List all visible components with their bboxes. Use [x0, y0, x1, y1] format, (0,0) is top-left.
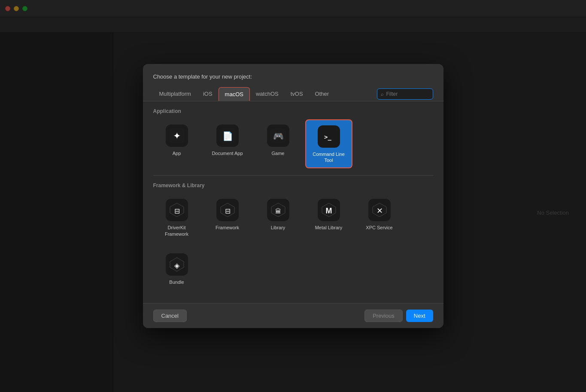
bundle-label: Bundle — [169, 279, 184, 285]
filter-box[interactable]: ⌕ — [377, 88, 433, 100]
game-label: Game — [272, 150, 285, 156]
app-icon: ✦ — [166, 125, 188, 147]
template-document-app[interactable]: 📄 Document App — [204, 119, 251, 169]
divider-1 — [153, 175, 433, 176]
template-bundle[interactable]: ◈ Bundle — [153, 248, 200, 289]
section-framework-label: Framework & Library — [153, 182, 433, 188]
modal-overlay: Choose a template for your new project: … — [0, 0, 586, 392]
metal-library-label: Metal Library — [315, 225, 343, 231]
svg-text:📄: 📄 — [222, 131, 233, 141]
template-library[interactable]: 🏛 Library — [255, 194, 302, 241]
framework-grid: ⊟ DriverKit Framework ⊟ Framework — [153, 194, 433, 241]
svg-text:✦: ✦ — [173, 131, 181, 141]
template-game[interactable]: 🎮 Game — [255, 119, 302, 169]
command-line-tool-icon: >_ — [318, 125, 340, 148]
svg-text:🎮: 🎮 — [273, 131, 283, 141]
bundle-icon: ◈ — [166, 253, 188, 276]
template-framework[interactable]: ⊟ Framework — [204, 194, 251, 241]
document-app-label: Document App — [212, 150, 243, 156]
tab-multiplatform[interactable]: Multiplatform — [153, 87, 197, 100]
next-button[interactable]: Next — [406, 310, 433, 322]
template-xpc-service[interactable]: ✕ XPC Service — [356, 194, 403, 241]
application-grid: ✦ App 📄 Document App 🎮 Game — [153, 119, 433, 169]
template-app[interactable]: ✦ App — [153, 119, 200, 169]
svg-text:⊟: ⊟ — [174, 207, 179, 215]
previous-button[interactable]: Previous — [364, 310, 403, 322]
modal-title: Choose a template for your new project: — [153, 73, 252, 80]
driverkit-label: DriverKit Framework — [157, 225, 197, 237]
metal-library-icon: M — [318, 199, 340, 221]
svg-text:M: M — [325, 207, 332, 215]
modal-dialog: Choose a template for your new project: … — [143, 64, 443, 328]
section-application-label: Application — [153, 108, 433, 114]
framework-icon: ⊟ — [216, 199, 239, 221]
xpc-service-icon: ✕ — [368, 199, 391, 221]
modal-header: Choose a template for your new project: — [143, 64, 443, 87]
tab-ios[interactable]: iOS — [197, 87, 219, 100]
driverkit-icon: ⊟ — [166, 199, 188, 221]
command-line-tool-label: Command Line Tool — [310, 151, 348, 164]
framework-label: Framework — [216, 225, 239, 231]
tab-tvos[interactable]: tvOS — [285, 87, 309, 100]
game-icon: 🎮 — [267, 125, 289, 147]
template-command-line-tool[interactable]: >_ Command Line Tool — [305, 119, 352, 169]
svg-text:🏛: 🏛 — [275, 208, 281, 215]
footer-right: Previous Next — [364, 310, 433, 322]
modal-content: Application ✦ App 📄 Document App — [143, 101, 443, 303]
svg-text:◈: ◈ — [174, 262, 180, 269]
svg-text:>_: >_ — [324, 134, 331, 141]
cancel-button[interactable]: Cancel — [153, 310, 187, 322]
library-label: Library — [271, 225, 285, 231]
svg-text:✕: ✕ — [376, 207, 383, 215]
search-icon: ⌕ — [381, 91, 384, 97]
filter-input[interactable] — [386, 91, 429, 97]
app-label: App — [173, 150, 181, 156]
template-metal-library[interactable]: M Metal Library — [305, 194, 352, 241]
tab-bar: Multiplatform iOS macOS watchOS tvOS Oth… — [143, 87, 443, 101]
tab-watchos[interactable]: watchOS — [250, 87, 285, 100]
document-app-icon: 📄 — [216, 125, 239, 147]
template-driverkit[interactable]: ⊟ DriverKit Framework — [153, 194, 200, 241]
library-icon: 🏛 — [267, 199, 289, 221]
svg-text:⊟: ⊟ — [225, 207, 230, 215]
bundle-grid: ◈ Bundle — [153, 248, 433, 289]
xpc-service-label: XPC Service — [366, 225, 392, 231]
modal-footer: Cancel Previous Next — [143, 303, 443, 328]
tab-macos[interactable]: macOS — [219, 87, 250, 101]
tab-other[interactable]: Other — [309, 87, 335, 100]
